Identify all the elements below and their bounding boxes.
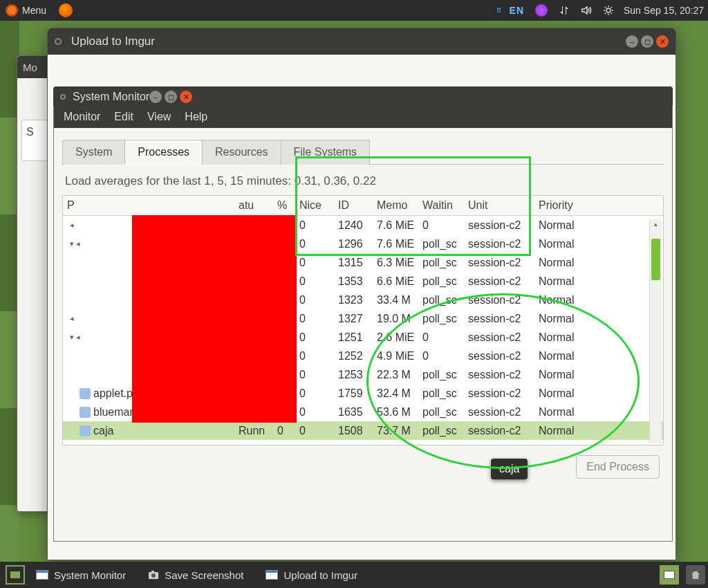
taskbar-label: Upload to Imgur [283, 569, 357, 581]
cell-nice: 0 [295, 309, 334, 329]
tree-toggle-icon[interactable]: ◂ [70, 314, 77, 323]
taskbar-item-save-screenshot[interactable]: Save Screenshot [140, 567, 252, 584]
minimize-button[interactable]: – [149, 91, 162, 103]
firefox-icon[interactable] [59, 3, 73, 17]
cell-id: 1353 [334, 272, 373, 291]
annotation-green-rectangle [295, 156, 531, 256]
cell-status: Runn [234, 421, 273, 441]
close-button[interactable]: ✕ [180, 91, 192, 103]
clock-indicator[interactable]: Sun Sep 15, 20:27 [624, 5, 704, 16]
svg-point-2 [151, 573, 156, 578]
maximize-button[interactable]: ◻ [641, 35, 653, 48]
imgur-window-title: Upload to Imgur [71, 35, 155, 48]
app-indicator-icon[interactable] [535, 4, 548, 17]
cell-id: 1635 [334, 403, 373, 422]
scroll-up-arrow-icon[interactable]: ▴ [650, 219, 662, 229]
cell-nice: 0 [295, 291, 334, 310]
taskbar-label: Save Screenshot [165, 569, 243, 581]
taskbar-label: System Monitor [54, 569, 126, 581]
sysmon-window-titlebar[interactable]: System Monitor – ◻ ✕ [53, 86, 673, 107]
svg-rect-3 [151, 571, 154, 573]
cell-nice: 0 [295, 328, 334, 347]
process-icon [80, 407, 91, 418]
window-icon [266, 570, 278, 580]
cell-nice: 0 [295, 384, 334, 403]
process-name-label: caja [93, 425, 113, 437]
bottom-panel: System Monitor Save Screenshot Upload to… [0, 562, 708, 588]
taskbar-item-upload-imgur[interactable]: Upload to Imgur [257, 567, 366, 584]
tab-processes[interactable]: Processes [124, 140, 203, 165]
scrollbar-thumb[interactable] [651, 239, 660, 280]
cell-unit: session-c2 [464, 272, 534, 291]
close-button[interactable]: ✕ [656, 35, 669, 48]
tree-toggle-icon[interactable]: ▾ ◂ [70, 239, 77, 248]
col-priority[interactable]: Priority [534, 196, 597, 215]
annotation-red-rectangle [132, 215, 297, 423]
cell-id: 1251 [334, 328, 373, 347]
network-indicator-icon[interactable] [559, 5, 570, 16]
volume-indicator-icon[interactable] [581, 5, 592, 16]
tree-toggle-icon[interactable]: ◂ [70, 221, 77, 230]
annotation-green-ellipse [366, 293, 640, 469]
menu-help[interactable]: Help [185, 111, 207, 123]
cell-nice: 0 [295, 421, 334, 441]
cell-id: 1252 [334, 347, 373, 366]
cell-nice: 0 [295, 347, 334, 366]
minimize-button[interactable]: – [626, 35, 638, 48]
process-icon [80, 388, 91, 399]
tab-resources[interactable]: Resources [202, 140, 281, 165]
cell-memory: 33.4 M [373, 291, 418, 310]
show-desktop-button[interactable] [6, 565, 25, 585]
camera-icon [148, 569, 159, 580]
process-table-scrollbar[interactable]: ▴ [649, 219, 662, 443]
col-cpu-percent[interactable]: % [273, 196, 295, 215]
cell-waiting: poll_sc [418, 272, 464, 291]
window-menu-icon[interactable] [55, 38, 62, 45]
menu-button[interactable]: Menu [22, 5, 46, 16]
window-menu-icon[interactable] [60, 94, 66, 100]
keyboard-layout-indicator[interactable]: EN [510, 5, 524, 16]
window-icon [36, 570, 48, 580]
top-panel: Menu ⠿ EN Sun Sep 15, 20:27 [0, 0, 708, 21]
workspace-switcher[interactable] [660, 565, 679, 585]
cell-nice: 0 [295, 272, 334, 291]
taskbar-item-system-monitor[interactable]: System Monitor [28, 567, 134, 584]
cell-id: 1323 [334, 291, 373, 310]
sysmon-menubar: Monitor Edit View Help [54, 106, 672, 128]
cell-priority: Normal [534, 235, 597, 254]
menu-monitor[interactable]: Monitor [64, 111, 100, 123]
cell-cpu: 0 [273, 421, 295, 441]
imgur-window-titlebar[interactable]: Upload to Imgur – ◻ ✕ [48, 28, 676, 55]
tree-toggle-icon[interactable]: ▾ ◂ [70, 333, 77, 342]
tab-system[interactable]: System [62, 140, 125, 165]
cell-nice: 0 [295, 403, 334, 422]
end-process-button[interactable]: End Process [576, 455, 660, 479]
cell-memory: 6.6 MiE [373, 272, 418, 291]
trash-icon[interactable] [686, 565, 705, 585]
cell-priority: Normal [534, 253, 597, 273]
indicator-dots-icon: ⠿ [496, 7, 501, 15]
ubuntu-logo-icon[interactable] [6, 4, 18, 17]
cell-priority: Normal [534, 216, 597, 235]
cell-priority: Normal [534, 272, 597, 291]
maximize-button[interactable]: ◻ [165, 91, 177, 103]
menu-view[interactable]: View [147, 111, 171, 123]
svg-point-0 [606, 8, 611, 12]
cell-nice: 0 [295, 365, 334, 385]
menu-edit[interactable]: Edit [114, 111, 133, 123]
cell-id: 1508 [334, 421, 373, 441]
cell-id: 1327 [334, 309, 373, 329]
col-status[interactable]: atu [234, 196, 273, 215]
col-process-name[interactable]: P [63, 196, 234, 215]
process-icon [80, 425, 91, 437]
system-indicator-icon[interactable] [603, 5, 614, 16]
sysmon-window-title: System Monitor [73, 91, 149, 103]
